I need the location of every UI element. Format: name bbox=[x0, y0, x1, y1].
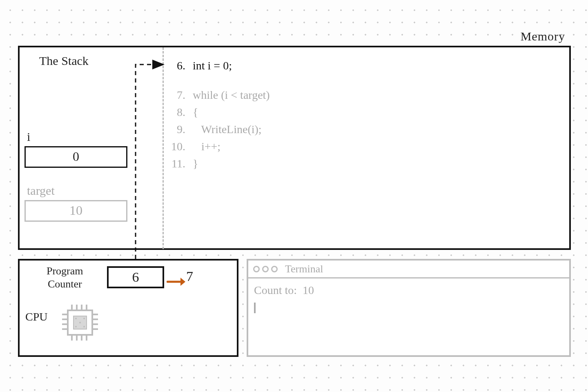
traffic-light-icons bbox=[253, 266, 278, 272]
terminal-cursor-icon bbox=[254, 303, 256, 313]
code-line-8: 8.{ bbox=[166, 104, 476, 121]
terminal-cursor-line bbox=[254, 298, 564, 314]
memory-label: Memory bbox=[521, 29, 565, 43]
code-line-6: 6.int i = 0; bbox=[166, 57, 476, 74]
program-counter-value: 6 bbox=[107, 266, 164, 288]
traffic-dot-icon bbox=[262, 266, 269, 272]
terminal-prompt-value: 10 bbox=[303, 284, 314, 296]
stack-var-name-target: target bbox=[27, 184, 55, 198]
terminal-line: Count to: 10 bbox=[254, 283, 564, 298]
svg-point-21 bbox=[75, 318, 77, 319]
traffic-dot-icon bbox=[253, 266, 260, 272]
code-line-7: 7.while (i < target) bbox=[166, 87, 476, 104]
stack-var-value-target: 10 bbox=[24, 200, 127, 222]
stack-var-value-i: 0 bbox=[24, 146, 127, 168]
svg-point-22 bbox=[83, 318, 85, 319]
cpu-label: CPU bbox=[25, 310, 47, 323]
traffic-dot-icon bbox=[271, 266, 278, 272]
svg-point-25 bbox=[83, 326, 85, 327]
code-line-gap bbox=[166, 74, 476, 87]
terminal-prompt-label: Count to: bbox=[254, 284, 297, 296]
code-listing: 6.int i = 0; 7.while (i < target) 8.{ 9.… bbox=[166, 57, 476, 172]
program-counter-next: 7 bbox=[186, 269, 193, 284]
svg-point-23 bbox=[79, 322, 81, 323]
code-line-11: 11.} bbox=[166, 155, 476, 172]
cpu-chip-icon bbox=[58, 301, 102, 345]
code-line-10: 10. i++; bbox=[166, 138, 476, 155]
stack-title: The Stack bbox=[39, 54, 89, 68]
terminal-titlebar: Terminal bbox=[248, 261, 569, 278]
terminal-title: Terminal bbox=[285, 263, 323, 275]
program-counter-label: Program Counter bbox=[47, 265, 83, 291]
pc-next-arrow-icon bbox=[167, 277, 185, 287]
diagram-stage: Memory The Stack i 0 target 10 6.int i =… bbox=[0, 0, 588, 392]
terminal-body: Count to: 10 bbox=[248, 278, 569, 318]
svg-point-24 bbox=[75, 326, 77, 327]
stack-var-name-i: i bbox=[27, 130, 30, 144]
memory-divider bbox=[163, 47, 164, 249]
code-line-9: 9. WriteLine(i); bbox=[166, 121, 476, 138]
svg-marker-2 bbox=[180, 278, 185, 286]
terminal-window: Terminal Count to: 10 bbox=[247, 259, 571, 357]
